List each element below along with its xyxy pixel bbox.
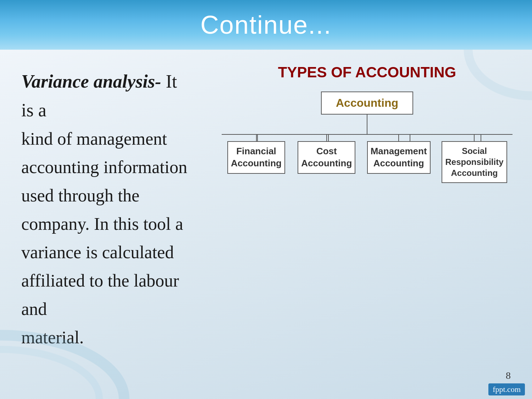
root-node-accounting: Accounting (321, 92, 413, 115)
body-line6: affiliated to the labour and (21, 266, 192, 323)
management-connector (398, 135, 399, 141)
child-financial: Financial Accounting (222, 135, 291, 174)
svg-point-2 (468, 50, 532, 96)
org-chart: Accounting Financial Accounting (216, 92, 518, 183)
child-social: Social Responsibility Accounting (436, 135, 512, 183)
cost-connector (326, 135, 327, 141)
tick3 (410, 134, 410, 141)
slide-title: Continue... (200, 10, 332, 39)
tick4 (481, 134, 481, 141)
child-management: Management Accounting (362, 135, 435, 174)
tick1 (257, 134, 258, 141)
svg-point-0 (0, 335, 124, 399)
management-accounting-node: Management Accounting (367, 141, 431, 174)
body-line1: kind of management (21, 124, 192, 153)
financial-connector (256, 135, 257, 141)
body-line3: used through the (21, 181, 192, 210)
children-row: Financial Accounting Cost Accounting (222, 135, 512, 183)
cost-accounting-node: Cost Accounting (298, 141, 355, 174)
watermark: fppt.com (488, 383, 525, 395)
variance-analysis-label: Variance analysis- (21, 71, 161, 92)
root-connector-v (367, 115, 367, 134)
header-banner: Continue... (0, 0, 532, 50)
decorative-arc (0, 325, 135, 399)
page-number: 8 (506, 370, 511, 381)
child-cost: Cost Accounting (292, 135, 361, 174)
types-of-accounting-heading: TYPES OF ACCOUNTING (278, 64, 456, 81)
social-connector (474, 135, 475, 141)
decorative-arc-tr (461, 50, 532, 103)
tick2 (328, 134, 329, 141)
social-responsibility-accounting-node: Social Responsibility Accounting (442, 141, 507, 183)
body-line2: accounting information (21, 153, 192, 181)
financial-accounting-node: Financial Accounting (227, 141, 285, 174)
body-line5: variance is calculated (21, 238, 192, 266)
main-content: Variance analysis- It is a kind of manag… (0, 50, 532, 399)
horizontal-connector (222, 134, 512, 135)
body-line4: company. In this tool a (21, 210, 192, 238)
